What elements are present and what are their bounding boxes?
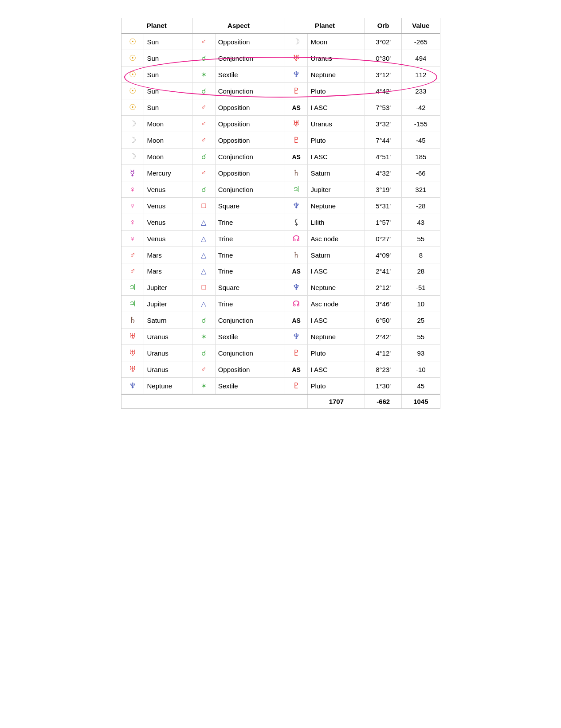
aspect-name: Opposition — [215, 116, 285, 132]
table-row: ♂ Mars △ Trine AS I ASC 2°41' 28 — [122, 263, 440, 279]
aspect-value: -42 — [402, 99, 440, 116]
planet1-icon: ☽ — [122, 132, 144, 149]
aspect-icon: △ — [192, 231, 215, 247]
planet2-name: Pluto — [308, 378, 365, 395]
planet2-icon: ♅ — [285, 116, 307, 132]
aspect-value: 45 — [402, 378, 440, 395]
aspect-value: 8 — [402, 247, 440, 263]
aspect-icon: ☌ — [192, 83, 215, 99]
planet1-name: Sun — [144, 50, 192, 67]
header-planet2: Planet — [285, 18, 365, 33]
aspect-name: Sextile — [215, 378, 285, 395]
planet1-name: Venus — [144, 198, 192, 214]
table-row: ♆ Neptune ✶ Sextile ♇ Pluto 1°30' 45 — [122, 378, 440, 395]
table-row: ☉ Sun ☌ Conjunction ♅ Uranus 0°30' 494 — [122, 50, 440, 67]
planet2-icon: ♄ — [285, 247, 307, 263]
orb-value: 7°44' — [365, 132, 402, 149]
planet1-name: Uranus — [144, 361, 192, 378]
table-row: ♀ Venus □ Square ♆ Neptune 5°31' -28 — [122, 198, 440, 214]
aspect-value: -28 — [402, 198, 440, 214]
planet2-name: I ASC — [308, 361, 365, 378]
planet1-name: Jupiter — [144, 296, 192, 312]
aspect-value: -45 — [402, 132, 440, 149]
planet1-name: Mercury — [144, 165, 192, 181]
orb-value: 4°09' — [365, 247, 402, 263]
planet1-icon: ♀ — [122, 231, 144, 247]
planet1-icon: ☉ — [122, 33, 144, 50]
aspect-icon: □ — [192, 279, 215, 296]
table-row: ☉ Sun ☌ Conjunction ♇ Pluto 4°42' 233 — [122, 83, 440, 99]
aspect-name: Conjunction — [215, 345, 285, 361]
aspect-name: Trine — [215, 296, 285, 312]
aspect-icon: ✶ — [192, 67, 215, 83]
orb-value: 2°42' — [365, 329, 402, 345]
planet1-name: Mars — [144, 263, 192, 279]
planet2-name: Pluto — [308, 345, 365, 361]
planet1-icon: ☉ — [122, 50, 144, 67]
planet1-name: Moon — [144, 116, 192, 132]
aspect-value: 185 — [402, 149, 440, 165]
aspect-name: Conjunction — [215, 181, 285, 198]
table-row: ☉ Sun ♂ Opposition AS I ASC 7°53' -42 — [122, 99, 440, 116]
aspect-icon: ♂ — [192, 361, 215, 378]
planet2-icon: ⚸ — [285, 214, 307, 231]
planet1-icon: ☿ — [122, 165, 144, 181]
planet1-name: Sun — [144, 99, 192, 116]
planet1-name: Saturn — [144, 312, 192, 329]
orb-value: 8°23' — [365, 361, 402, 378]
planet2-name: I ASC — [308, 149, 365, 165]
aspect-name: Opposition — [215, 132, 285, 149]
planet2-icon: ♃ — [285, 181, 307, 198]
planet2-icon: AS — [285, 99, 307, 116]
planet1-icon: ♃ — [122, 296, 144, 312]
aspect-value: -155 — [402, 116, 440, 132]
planet1-icon: ♂ — [122, 263, 144, 279]
planet1-icon: ♅ — [122, 345, 144, 361]
planet1-name: Mars — [144, 247, 192, 263]
orb-value: 0°27' — [365, 231, 402, 247]
aspect-icon: ♂ — [192, 33, 215, 50]
planet1-name: Sun — [144, 67, 192, 83]
table-row: ♀ Venus △ Trine ⚸ Lilith 1°57' 43 — [122, 214, 440, 231]
aspect-name: Conjunction — [215, 83, 285, 99]
planet1-icon: ☉ — [122, 67, 144, 83]
planet1-name: Jupiter — [144, 279, 192, 296]
aspect-icon: □ — [192, 198, 215, 214]
planet1-name: Venus — [144, 231, 192, 247]
orb-value: 5°31' — [365, 198, 402, 214]
aspect-icon: ☌ — [192, 50, 215, 67]
planet2-name: Pluto — [308, 83, 365, 99]
aspect-value: 112 — [402, 67, 440, 83]
header-aspect: Aspect — [192, 18, 285, 33]
aspect-name: Trine — [215, 214, 285, 231]
aspect-icon: ☌ — [192, 345, 215, 361]
planet2-name: Asc node — [308, 296, 365, 312]
planet2-name: Lilith — [308, 214, 365, 231]
planet2-name: Neptune — [308, 67, 365, 83]
orb-value: 3°46' — [365, 296, 402, 312]
planet2-name: Saturn — [308, 247, 365, 263]
planet2-name: Moon — [308, 33, 365, 50]
orb-value: 2°12' — [365, 279, 402, 296]
aspect-icon: △ — [192, 296, 215, 312]
orb-value: 3°02' — [365, 33, 402, 50]
planet1-name: Venus — [144, 214, 192, 231]
table-row: ♃ Jupiter △ Trine ☊ Asc node 3°46' 10 — [122, 296, 440, 312]
aspect-name: Trine — [215, 263, 285, 279]
orb-value: 3°32' — [365, 116, 402, 132]
orb-value: 4°12' — [365, 345, 402, 361]
aspect-name: Conjunction — [215, 149, 285, 165]
planet1-icon: ♀ — [122, 214, 144, 231]
planet2-name: I ASC — [308, 312, 365, 329]
planet1-icon: ♅ — [122, 361, 144, 378]
aspect-name: Trine — [215, 231, 285, 247]
planet2-icon: ♄ — [285, 165, 307, 181]
planet2-icon: ♆ — [285, 67, 307, 83]
footer-total-positive: 1707 — [308, 394, 365, 408]
aspect-icon: ♂ — [192, 165, 215, 181]
table-row: ♀ Venus ☌ Conjunction ♃ Jupiter 3°19' 32… — [122, 181, 440, 198]
planet1-name: Sun — [144, 83, 192, 99]
planet1-name: Venus — [144, 181, 192, 198]
planet1-name: Moon — [144, 149, 192, 165]
aspect-icon: ☌ — [192, 181, 215, 198]
